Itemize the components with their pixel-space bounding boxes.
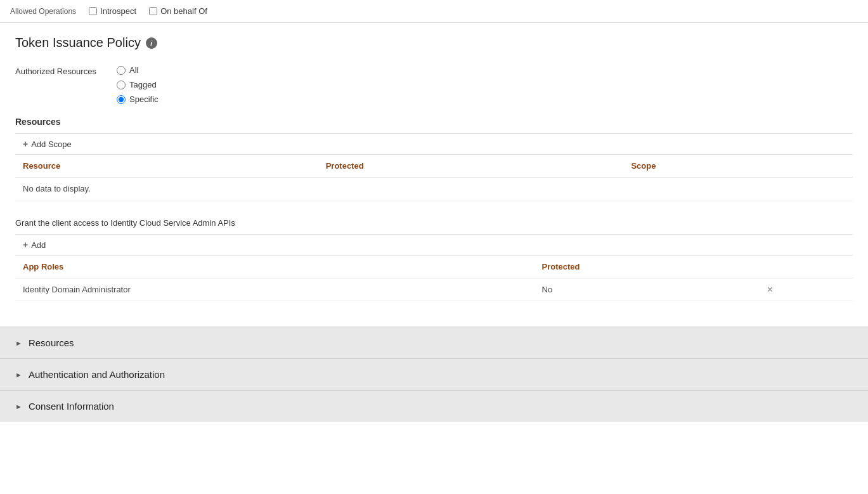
allowed-operations-label: Allowed Operations [10,7,76,16]
introspect-label: Introspect [100,6,136,16]
on-behalf-of-checkbox-item[interactable]: On behalf Of [149,6,207,16]
authorized-resources-radio-group: All Tagged Specific [117,65,159,104]
app-roles-table: App Roles Protected Identity Domain Admi… [15,255,853,301]
col-scope: Scope [623,155,853,178]
scope-table-section: + Add Scope Resource Protected Scope No … [15,134,853,200]
resources-table-header: Resource Protected Scope [15,155,853,178]
table-row: Identity Domain Administrator No ✕ [15,278,853,301]
app-role-delete-cell: ✕ [759,278,853,301]
radio-tagged[interactable]: Tagged [117,80,159,89]
app-role-name: Identity Domain Administrator [15,278,534,301]
add-button[interactable]: + Add [15,235,53,255]
col-resource: Resource [15,155,318,178]
app-roles-table-body: Identity Domain Administrator No ✕ [15,278,853,301]
radio-tagged-label: Tagged [129,80,157,89]
introspect-checkbox[interactable] [89,7,97,15]
resources-table-body: No data to display. [15,178,853,200]
radio-all[interactable]: All [117,65,159,75]
top-bar: Allowed Operations Introspect On behalf … [0,0,868,23]
resources-section: Resources + Add Scope Resource Protected… [15,117,853,200]
chevron-resources-icon: ► [15,339,22,347]
add-plus-icon: + [23,240,28,250]
add-scope-button[interactable]: + Add Scope [15,134,79,154]
collapsible-consent[interactable]: ► Consent Information [0,390,868,422]
collapsible-resources[interactable]: ► Resources [0,327,868,358]
radio-specific[interactable]: Specific [117,94,159,104]
token-issuance-policy-title: Token Issuance Policy [15,36,141,50]
app-role-protected: No [534,278,760,301]
on-behalf-of-checkbox[interactable] [149,7,157,15]
collapsible-auth-authorization[interactable]: ► Authentication and Authorization [0,358,868,390]
chevron-consent-icon: ► [15,403,22,410]
add-label: Add [31,240,46,250]
introspect-checkbox-item[interactable]: Introspect [89,6,136,16]
add-scope-plus-icon: + [23,139,28,149]
authorized-resources-group: Authorized Resources All Tagged Specific [15,65,853,104]
section-title-row: Token Issuance Policy i [15,36,853,50]
table-row-no-data: No data to display. [15,178,853,200]
radio-specific-label: Specific [129,94,159,104]
col-app-roles: App Roles [15,256,534,278]
resources-table: Resource Protected Scope No data to disp… [15,154,853,200]
radio-all-label: All [129,65,138,75]
radio-all-input[interactable] [117,66,126,75]
resources-title: Resources [15,117,853,127]
info-icon[interactable]: i [146,37,157,49]
collapsible-consent-label: Consent Information [29,401,114,412]
col-actions [759,256,853,278]
add-scope-label: Add Scope [31,140,72,149]
authorized-resources-label: Authorized Resources [15,65,117,76]
on-behalf-of-label: On behalf Of [160,6,207,16]
radio-tagged-input[interactable] [117,81,126,89]
col-protected: Protected [318,155,624,178]
app-roles-table-header: App Roles Protected [15,256,853,278]
col-app-roles-protected: Protected [534,256,760,278]
app-roles-header-row: App Roles Protected [15,256,853,278]
delete-icon[interactable]: ✕ [767,285,774,294]
no-data-text: No data to display. [15,178,853,200]
collapsible-auth-label: Authentication and Authorization [29,369,165,380]
main-content: Token Issuance Policy i Authorized Resou… [0,23,868,327]
collapsible-resources-label: Resources [29,337,74,348]
chevron-auth-icon: ► [15,371,22,379]
grant-table-section: + Add App Roles Protected Identity Domai… [15,235,853,301]
resources-table-header-row: Resource Protected Scope [15,155,853,178]
radio-specific-input[interactable] [117,95,126,104]
grant-section: Grant the client access to Identity Clou… [15,218,853,301]
grant-title: Grant the client access to Identity Clou… [15,218,853,228]
